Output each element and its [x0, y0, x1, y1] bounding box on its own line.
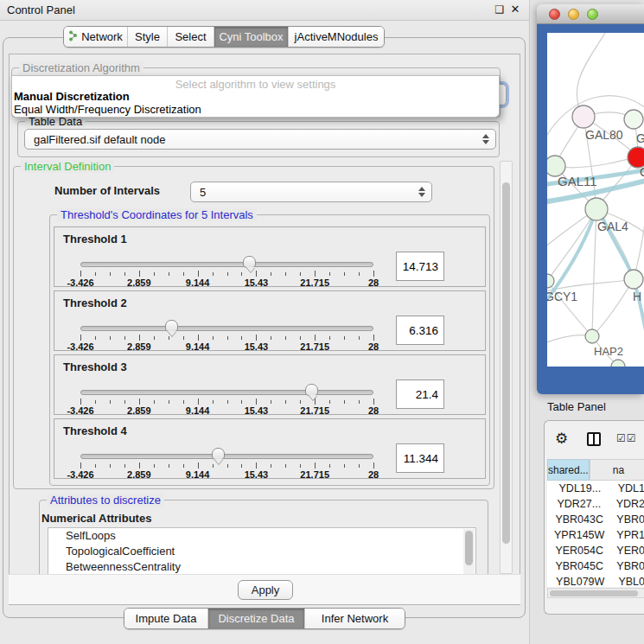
slider-tick: [300, 336, 301, 340]
cell-shared-name[interactable]: YDR27...: [547, 496, 611, 512]
cell-shared-name[interactable]: YER054C: [547, 543, 611, 558]
gear-icon[interactable]: ⚙: [555, 430, 568, 448]
network-node[interactable]: [547, 274, 554, 288]
network-node[interactable]: [611, 360, 625, 367]
tab-cyni-toolbox[interactable]: Cyni Toolbox: [214, 27, 289, 47]
attributes-scrollbar[interactable]: [463, 529, 475, 576]
network-node[interactable]: [624, 110, 643, 129]
attribute-list-item[interactable]: SelfLoops: [48, 528, 475, 544]
network-canvas[interactable]: GAL80GACGAL11GAL4GCY1HHAP2: [547, 33, 644, 367]
network-node[interactable]: [585, 329, 599, 343]
slider-tick: [95, 400, 96, 404]
threshold-label: Threshold 1: [63, 233, 127, 245]
minimize-light-yellow[interactable]: [568, 9, 579, 20]
table-data-combobox[interactable]: galFiltered.sif default node: [24, 129, 496, 150]
network-view-window[interactable]: GAL80GACGAL11GAL4GCY1HHAP2: [537, 4, 644, 394]
numerical-attributes-label: Numerical Attributes: [41, 512, 151, 525]
cell-name[interactable]: YBL0: [613, 574, 644, 587]
scrollbar-thumb[interactable]: [502, 182, 510, 544]
slider-thumb[interactable]: [305, 384, 318, 396]
slider-track[interactable]: [80, 262, 373, 267]
slider-track[interactable]: [80, 390, 373, 395]
slider-tick-label: 2.859: [119, 469, 159, 480]
slider-tick-label: 15.43: [236, 405, 276, 416]
tab-label: jActiveMNodules: [295, 30, 379, 43]
cell-shared-name[interactable]: YPR145W: [547, 527, 611, 543]
table-row[interactable]: YDR27...YDR2: [547, 496, 644, 512]
network-node[interactable]: [585, 198, 608, 220]
network-node[interactable]: [572, 105, 595, 128]
cell-shared-name[interactable]: YBR043C: [547, 512, 611, 527]
network-edge[interactable]: [547, 209, 596, 281]
slider-track[interactable]: [80, 454, 373, 459]
network-window-titlebar[interactable]: [537, 4, 644, 24]
cell-shared-name[interactable]: YDL19...: [547, 481, 613, 496]
network-edge[interactable]: [634, 210, 644, 279]
table-row[interactable]: YBR043CYBR0: [547, 512, 644, 527]
network-node[interactable]: [624, 270, 643, 289]
apply-button[interactable]: Apply: [238, 580, 293, 600]
cell-name[interactable]: YBR0: [611, 558, 644, 574]
tab-discretize-data[interactable]: Discretize Data: [208, 609, 305, 628]
slider-tick: [227, 464, 228, 468]
network-edge[interactable]: [577, 33, 608, 117]
close-light-red[interactable]: [549, 9, 560, 20]
table-toolbar: ⚙ ☑☑: [545, 426, 644, 457]
threshold-value-field[interactable]: [396, 316, 444, 345]
cell-name[interactable]: YPR1: [611, 527, 644, 543]
threshold-value-field[interactable]: [396, 252, 444, 281]
table-hscrollbar[interactable]: [547, 588, 644, 598]
slider-tick-label: 15.43: [236, 277, 276, 288]
number-of-intervals-spinner[interactable]: 5: [190, 182, 432, 202]
tab-jactivemnodules[interactable]: jActiveMNodules: [289, 27, 384, 47]
column-header-name[interactable]: na: [590, 459, 644, 481]
scrollbar-thumb[interactable]: [465, 531, 473, 565]
attribute-list-item[interactable]: TopologicalCoefficient: [48, 544, 475, 559]
main-scrollbar[interactable]: [500, 161, 513, 574]
table-row[interactable]: YDL19...YDL1: [547, 481, 644, 496]
table-row[interactable]: YPR145WYPR1: [547, 527, 644, 543]
split-columns-icon[interactable]: [587, 432, 601, 446]
node-table[interactable]: shared... na YDL19...YDL1YDR27...YDR2YBR…: [547, 459, 644, 587]
slider-tick: [139, 399, 140, 405]
cell-name[interactable]: YBR0: [611, 512, 644, 527]
attribute-list-item[interactable]: BetweennessCentrality: [48, 559, 475, 575]
slider-tick-label: 28: [354, 341, 393, 352]
tab-infer-network[interactable]: Infer Network: [305, 609, 405, 628]
slider-track[interactable]: [80, 326, 373, 331]
zoom-light-green[interactable]: [587, 9, 598, 20]
tab-network[interactable]: Network: [64, 27, 128, 47]
numerical-attributes-list[interactable]: SelfLoopsTopologicalCoefficientBetweenne…: [48, 527, 476, 576]
slider-thumb[interactable]: [243, 256, 256, 268]
checkbox-icon[interactable]: ☑☑: [616, 432, 637, 444]
cell-name[interactable]: YDL1: [613, 481, 644, 496]
cell-shared-name[interactable]: YBL079W: [547, 574, 613, 587]
table-row[interactable]: YBR045CYBR0: [547, 558, 644, 574]
slider-tick: [271, 400, 271, 404]
slider-thumb[interactable]: [165, 320, 178, 332]
close-icon[interactable]: ✕: [508, 3, 522, 16]
network-edge[interactable]: [592, 209, 596, 336]
slider-tick: [227, 400, 228, 404]
cell-name[interactable]: YDR2: [611, 496, 644, 512]
slider-tick: [80, 335, 81, 341]
slider-tick: [256, 335, 257, 341]
updown-arrows-icon: [479, 130, 493, 149]
slider-tick: [110, 272, 111, 276]
table-row[interactable]: YER054CYER0: [547, 543, 644, 558]
dropdown-option-manual[interactable]: Manual Discretization: [12, 90, 499, 103]
scrollbar-thumb[interactable]: [550, 590, 638, 596]
dropdown-option-equal-width[interactable]: Equal Width/Frequency Discretization: [12, 103, 499, 116]
cell-shared-name[interactable]: YBR045C: [547, 558, 611, 574]
column-header-shared-name[interactable]: shared...: [547, 459, 590, 481]
slider-thumb[interactable]: [212, 448, 225, 460]
tab-select[interactable]: Select: [168, 27, 214, 47]
network-edge[interactable]: [592, 279, 634, 336]
tab-impute-data[interactable]: Impute Data: [124, 609, 208, 628]
threshold-value-field[interactable]: [396, 443, 444, 473]
float-icon[interactable]: ❑: [493, 3, 507, 16]
table-row[interactable]: YBL079WYBL0: [547, 574, 644, 587]
cell-name[interactable]: YER0: [611, 543, 644, 558]
threshold-value-field[interactable]: [396, 379, 444, 409]
tab-style[interactable]: Style: [128, 27, 168, 47]
